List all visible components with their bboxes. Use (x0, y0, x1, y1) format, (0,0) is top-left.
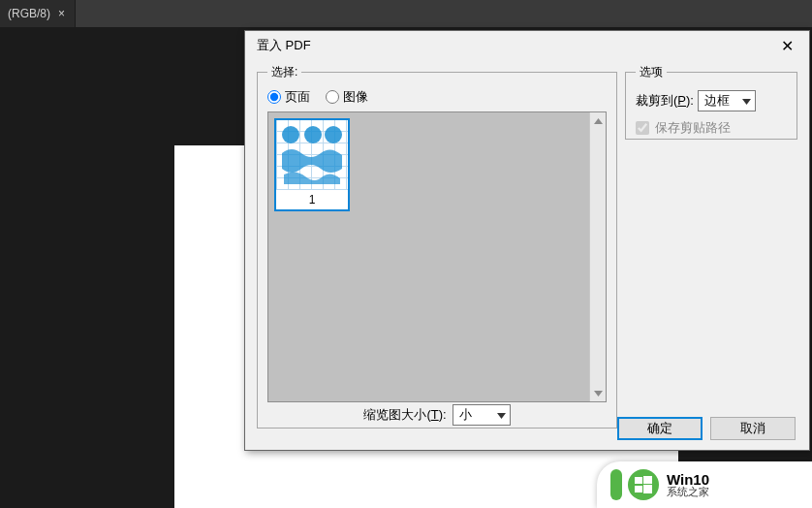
tab-close-icon[interactable]: × (58, 7, 65, 20)
dialog-action-row: 确定 取消 (617, 417, 796, 440)
thumbnail-scrollbar[interactable] (589, 112, 606, 401)
svg-point-0 (282, 126, 299, 143)
svg-marker-3 (594, 118, 603, 124)
svg-point-2 (325, 126, 342, 143)
chevron-down-icon (497, 410, 506, 421)
page-number: 1 (276, 190, 348, 209)
svg-marker-4 (594, 391, 603, 397)
thumbsize-label: 缩览图大小(T): (363, 406, 446, 424)
tab-label: (RGB/8) (8, 7, 50, 20)
watermark-line1: Win10 (667, 472, 709, 487)
windows-icon (635, 476, 652, 493)
radio-page[interactable]: 页面 (267, 88, 310, 106)
page-thumbnail[interactable]: 1 (274, 118, 350, 211)
svg-marker-5 (497, 413, 506, 419)
crop-to-select[interactable]: 边框 (698, 90, 756, 111)
svg-rect-10 (643, 485, 652, 493)
preserve-clipping-checkbox (636, 121, 649, 135)
thumbsize-value: 小 (459, 406, 472, 424)
world-map-icon (280, 124, 344, 186)
svg-marker-6 (742, 99, 751, 105)
preserve-clipping-label: 保存剪贴路径 (655, 119, 731, 137)
place-pdf-dialog: 置入 PDF ✕ 选择: 页面 图像 (244, 30, 810, 451)
svg-rect-9 (635, 486, 642, 492)
select-mode-radios: 页面 图像 (267, 88, 607, 106)
chevron-down-icon (742, 96, 751, 107)
options-group: 选项 裁剪到(P): 边框 保存剪贴路径 (625, 64, 797, 140)
select-group: 选择: 页面 图像 (257, 64, 617, 429)
page-thumbnail-image (276, 120, 348, 190)
crop-to-row: 裁剪到(P): 边框 (636, 90, 787, 111)
watermark-logo-icon (610, 469, 659, 500)
radio-image-label: 图像 (343, 88, 368, 106)
watermark-text: Win10 系统之家 (667, 472, 709, 497)
document-tab-bar: (RGB/8) × (0, 0, 812, 27)
document-tab[interactable]: (RGB/8) × (0, 0, 76, 27)
dialog-close-button[interactable]: ✕ (773, 35, 801, 57)
scroll-down-icon[interactable] (590, 385, 607, 401)
watermark-badge: Win10 系统之家 (597, 461, 812, 508)
preserve-clipping-row: 保存剪贴路径 (636, 119, 787, 137)
svg-rect-7 (635, 477, 642, 484)
watermark-line2: 系统之家 (667, 487, 709, 497)
cancel-button[interactable]: 取消 (710, 417, 796, 440)
ok-button[interactable]: 确定 (617, 417, 703, 440)
radio-image[interactable]: 图像 (326, 88, 368, 106)
select-legend: 选择: (267, 64, 301, 80)
dialog-title: 置入 PDF (257, 37, 311, 54)
svg-rect-8 (643, 476, 652, 484)
thumbnail-size-row: 缩览图大小(T): 小 (258, 404, 616, 426)
scroll-up-icon[interactable] (590, 112, 607, 129)
radio-page-label: 页面 (285, 88, 310, 106)
thumbsize-select[interactable]: 小 (453, 404, 511, 426)
crop-to-value: 边框 (704, 92, 730, 110)
thumbnail-area: 1 (267, 111, 607, 402)
radio-image-input[interactable] (326, 90, 339, 104)
options-legend: 选项 (636, 64, 667, 80)
svg-point-1 (304, 126, 322, 143)
crop-to-label: 裁剪到(P): (636, 92, 694, 110)
dialog-titlebar[interactable]: 置入 PDF ✕ (245, 31, 809, 60)
radio-page-input[interactable] (267, 90, 281, 104)
